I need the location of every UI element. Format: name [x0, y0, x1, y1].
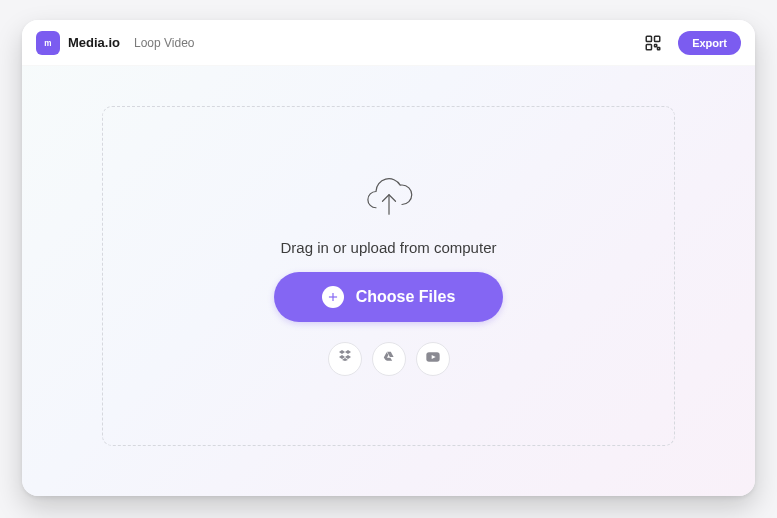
tool-title: Loop Video [134, 36, 195, 50]
google-drive-source-button[interactable] [372, 342, 406, 376]
youtube-source-button[interactable] [416, 342, 450, 376]
brand-name[interactable]: Media.io [68, 35, 120, 50]
header-bar: m Media.io Loop Video Export [22, 20, 755, 66]
svg-rect-5 [658, 47, 660, 49]
google-drive-icon [381, 349, 397, 368]
choose-files-button[interactable]: Choose Files [274, 272, 504, 322]
plus-icon [322, 286, 344, 308]
dropbox-source-button[interactable] [328, 342, 362, 376]
dropbox-icon [337, 349, 353, 368]
svg-rect-4 [655, 44, 657, 46]
app-window: m Media.io Loop Video Export [22, 20, 755, 496]
alt-sources-row [328, 342, 450, 376]
export-button[interactable]: Export [678, 31, 741, 55]
svg-rect-1 [646, 36, 651, 41]
dropzone-instruction: Drag in or upload from computer [281, 239, 497, 256]
upload-dropzone[interactable]: Drag in or upload from computer Choose F… [102, 106, 675, 446]
svg-rect-2 [655, 36, 660, 41]
brand-logo[interactable]: m [36, 31, 60, 55]
svg-text:m: m [44, 38, 51, 47]
qr-code-icon[interactable] [644, 34, 662, 52]
svg-rect-3 [646, 44, 651, 49]
main-area: Drag in or upload from computer Choose F… [22, 66, 755, 496]
choose-files-label: Choose Files [356, 288, 456, 306]
youtube-icon [425, 349, 441, 368]
cloud-upload-icon [363, 177, 415, 223]
